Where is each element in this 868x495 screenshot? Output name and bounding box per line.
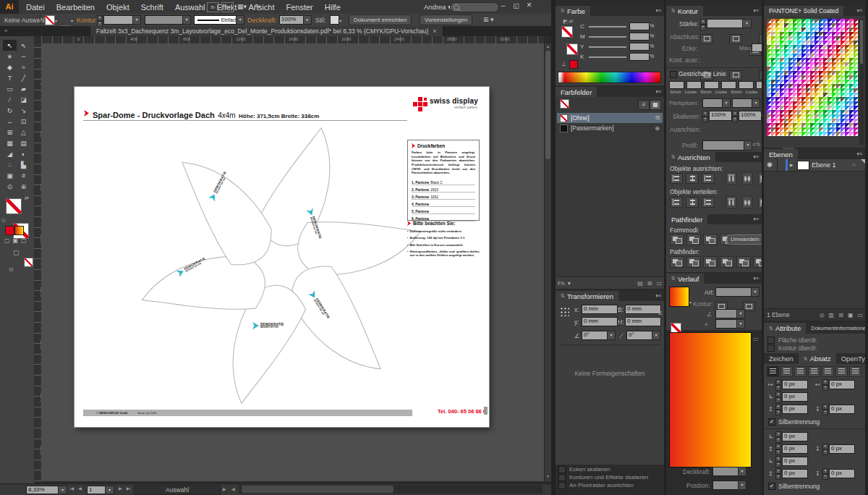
cap-round-button[interactable]	[729, 34, 742, 44]
panel-menu-icon[interactable]: ▾≡	[856, 149, 865, 159]
paragraph-align-button-5[interactable]	[835, 366, 848, 377]
pathfinder-button-3[interactable]	[720, 256, 734, 268]
minimize-button[interactable]: –	[498, 0, 509, 12]
scale-tool[interactable]: ↘	[17, 105, 30, 116]
gradient-angle-caret[interactable]: ▾	[736, 309, 745, 318]
paragraph-field[interactable]: 0 px	[829, 380, 855, 389]
drawing-modes-icons[interactable]: ▢▣▢	[4, 237, 30, 244]
dock-collapse-icon[interactable]: «	[4, 28, 7, 34]
tab-absatz[interactable]: ⇅Absatz	[799, 353, 836, 364]
scale-option-checkbox[interactable]	[558, 482, 566, 489]
eyedropper-tool[interactable]: ◢	[3, 148, 17, 159]
free-transform-tool[interactable]: ⊡	[17, 116, 30, 127]
stroke-weight-dropdown[interactable]: ▾	[132, 15, 141, 25]
tab-attribute[interactable]: ⇅Attribute	[764, 323, 806, 334]
distribute-button-4[interactable]	[742, 196, 753, 209]
gradient-mode-button[interactable]	[14, 226, 24, 235]
tab-opentype[interactable]: OpenType	[836, 353, 868, 364]
close-button[interactable]: ×	[524, 0, 535, 12]
rectangle-tool[interactable]: ▭	[3, 83, 17, 94]
opacity-mini-field[interactable]	[712, 467, 741, 476]
distribute-button-0[interactable]	[670, 197, 683, 208]
layer-target-icon[interactable]: ○	[852, 161, 856, 168]
dashed-line-checkbox[interactable]	[670, 71, 677, 78]
arrowhead-end-caret[interactable]: ▾	[752, 98, 760, 108]
distribute-button-3[interactable]	[726, 196, 737, 209]
channel-slider[interactable]	[589, 26, 626, 28]
align-button-3[interactable]	[726, 172, 737, 185]
panel-menu-icon[interactable]: ▾≡	[753, 152, 762, 162]
fill-swatch[interactable]	[45, 15, 55, 25]
menu-objekt[interactable]: Objekt	[101, 1, 135, 14]
pathfinder-button-1[interactable]	[686, 256, 701, 268]
panel-menu-icon[interactable]: ▾≡	[856, 6, 865, 16]
paragraph-field-stepper[interactable]: ▲▼	[775, 431, 781, 443]
paragraph-align-button-3[interactable]	[808, 366, 820, 377]
curvature-tool[interactable]: ≈	[17, 62, 30, 72]
panel-menu-icon[interactable]: ▾≡	[753, 214, 762, 224]
restore-button[interactable]: ◱	[511, 0, 522, 12]
arrowhead-start-caret[interactable]: ▾	[722, 98, 731, 108]
scale1-stepper[interactable]: ▲▼	[702, 111, 708, 122]
ebenen-footer-icon[interactable]: ▭	[855, 312, 865, 318]
swatches-fill-indicator[interactable]	[560, 99, 569, 109]
opacity-mini-caret[interactable]: ▾	[738, 467, 746, 476]
channel-slider[interactable]	[589, 46, 626, 48]
align-button-2[interactable]	[702, 173, 715, 184]
rotate-caret[interactable]: ▾	[607, 331, 616, 340]
line-tool[interactable]: ╱	[17, 72, 30, 83]
scale-option-checkbox[interactable]	[558, 474, 566, 481]
align-button-4[interactable]	[742, 172, 753, 185]
opacity-label[interactable]: Deckkraft:	[247, 17, 277, 24]
status-arrow-icon[interactable]: ▶	[223, 486, 226, 491]
shear-caret[interactable]: ▾	[652, 331, 660, 340]
panel-menu-icon[interactable]: ▾≡	[655, 6, 664, 16]
paragraph-field[interactable]: 0 px	[782, 405, 808, 414]
height-field[interactable]: 0 mm	[625, 317, 661, 326]
position-mini-field[interactable]	[712, 481, 741, 490]
hyphenation-checkbox[interactable]: ✓	[768, 418, 775, 426]
panel-menu-icon[interactable]: ▾≡	[655, 291, 664, 301]
pathfinder-button-2[interactable]	[703, 256, 718, 268]
list-view-button[interactable]: ≡	[638, 100, 650, 110]
document-setup-button[interactable]: Dokument einrichten	[349, 14, 412, 25]
channel-value-field[interactable]	[629, 53, 650, 61]
gradient-thumb-caret[interactable]: ▾	[689, 300, 692, 305]
magic-wand-tool[interactable]: ∗	[3, 51, 17, 62]
layer-row[interactable]: ◉ ▶ Ebene 1 ○	[764, 159, 865, 172]
gradient-slider-preview[interactable]	[669, 332, 752, 468]
farbe-fill-indicator[interactable]	[561, 26, 573, 38]
profile-flip-icons[interactable]: ⇄⇅	[752, 142, 761, 148]
paragraph-field-stepper[interactable]: ▲▼	[775, 444, 781, 455]
paragraph-field-stepper[interactable]: ▲▼	[775, 456, 781, 468]
vscroll-thumb[interactable]	[545, 51, 550, 159]
weight-stepper[interactable]: ▲▼	[700, 19, 706, 30]
slice-tool[interactable]: #	[17, 170, 30, 181]
zoom-tool[interactable]: ⊕	[17, 181, 30, 192]
gradient-thumbnail[interactable]	[669, 287, 689, 307]
last-artboard-icon[interactable]: ▶|	[127, 486, 131, 491]
reference-point-selector[interactable]	[560, 307, 569, 316]
gradient-stroke-along-button[interactable]	[743, 302, 755, 311]
shape-mode-button-0[interactable]	[670, 234, 684, 245]
tab-transformieren[interactable]: ⇅Transformieren	[556, 291, 618, 301]
dash-field[interactable]	[739, 81, 754, 89]
scale1-field[interactable]: 100%	[709, 111, 732, 121]
scroll-down-icon[interactable]: ▼	[546, 474, 550, 478]
swatches-footer-icon[interactable]: ⊞	[645, 280, 655, 287]
distribute-button-1[interactable]	[686, 197, 699, 208]
position-mini-caret[interactable]: ▾	[738, 481, 746, 490]
stroke-weight-label[interactable]: Kontur:	[77, 17, 98, 24]
stroke-dropdown-icon[interactable]: ▾	[71, 18, 73, 23]
tab-verlauf[interactable]: ⇅Verlauf	[666, 274, 704, 284]
overprint-checkbox[interactable]	[767, 337, 775, 344]
weight-field[interactable]	[707, 19, 746, 28]
direct-selection-tool[interactable]: ⇖	[17, 40, 30, 51]
tab-ausrichten[interactable]: ⇅Ausrichten	[666, 152, 715, 162]
channel-value-field[interactable]	[629, 43, 650, 51]
hand-tool[interactable]: ⊙	[3, 181, 17, 192]
menu-schrift[interactable]: Schrift	[135, 1, 169, 14]
edit-toolbar-icon[interactable]: ⊟	[9, 266, 14, 273]
width-field[interactable]: 0 mm	[625, 305, 661, 314]
mesh-tool[interactable]: ▦	[3, 138, 17, 148]
